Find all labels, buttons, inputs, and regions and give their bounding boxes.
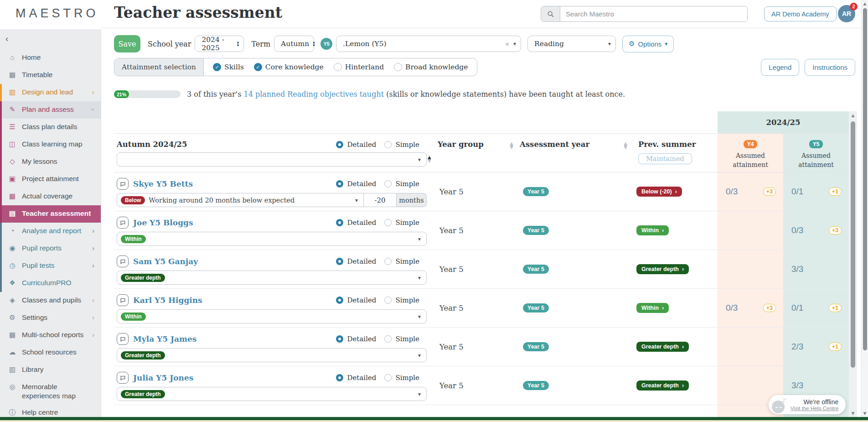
simple-radio[interactable] xyxy=(384,374,392,381)
comment-icon[interactable] xyxy=(117,333,129,345)
attainment-select[interactable]: Greater depth ▾ xyxy=(117,271,427,285)
attainment-select[interactable]: Greater depth ▾ xyxy=(117,387,427,401)
prev-summer-badge[interactable]: Greater depth › xyxy=(636,264,689,274)
sidebar-item-timetable[interactable]: ▦Timetable xyxy=(0,67,101,84)
simple-radio[interactable] xyxy=(384,335,392,343)
sidebar-item-pupil-tests[interactable]: ◷Pupil tests› xyxy=(0,257,101,275)
scroll-up-icon[interactable]: ▲ xyxy=(862,1,868,6)
sidebar-item-class-learning-map[interactable]: ◫Class learning map xyxy=(0,136,101,153)
sidebar-item-class-plan-details[interactable]: ☰Class plan details xyxy=(0,119,101,136)
sidebar-item-pupil-reports[interactable]: ◉Pupil reports› xyxy=(0,240,101,257)
sidebar-item-memorable-experiences-map[interactable]: ◎Memorable experiences map xyxy=(0,379,101,404)
sidebar-item-school-resources[interactable]: ☁School resources xyxy=(0,344,101,361)
scroll-down-icon[interactable]: ▼ xyxy=(849,411,857,416)
comment-icon[interactable] xyxy=(117,372,129,384)
prev-summer-label: Within xyxy=(641,227,659,234)
attainment-options: ✓ Skills ✓ Core knowledge Hinterland Bro… xyxy=(204,58,477,76)
prev-summer-badge[interactable]: Greater depth › xyxy=(636,380,689,391)
school-year-select[interactable]: 2024 - 2025 ▴▾ xyxy=(195,36,244,52)
pupil-name-link[interactable]: Julia Y5 Jones xyxy=(133,373,193,382)
maintained-button[interactable]: Maintained xyxy=(638,153,692,164)
sidebar-item-design-and-lead[interactable]: ▥Design and lead› xyxy=(0,84,101,101)
checkbox-hinterland[interactable]: Hinterland xyxy=(334,63,384,71)
academy-button[interactable]: AR Demo Academy xyxy=(764,6,837,21)
prev-summer-badge[interactable]: Greater depth › xyxy=(636,342,689,352)
comment-icon[interactable] xyxy=(117,255,129,267)
help-centre-link[interactable]: Visit the Help Centre xyxy=(790,406,838,411)
pupil-name-link[interactable]: Sam Y5 Ganjay xyxy=(133,257,198,266)
attainment-select[interactable]: Within ▾ xyxy=(117,232,427,246)
attainment-select[interactable]: Within ▾ xyxy=(117,309,427,323)
months-input[interactable]: -20 xyxy=(364,193,397,207)
year-group-header: Year group xyxy=(438,140,484,149)
sidebar-item-classes-and-pupils[interactable]: ◈Classes and pupils› xyxy=(0,292,101,309)
comment-icon[interactable] xyxy=(117,294,129,306)
table-vertical-scrollbar[interactable]: ▲ ▼ xyxy=(849,111,857,417)
comment-icon[interactable] xyxy=(117,178,129,190)
assumed-attainment-label: Assumed attainment xyxy=(795,151,837,170)
sidebar-item-multi-school-reports[interactable]: ▦Multi-school reports› xyxy=(0,327,101,344)
instructions-button[interactable]: Instructions xyxy=(805,59,855,76)
pupil-name-link[interactable]: Karl Y5 Higgins xyxy=(133,296,202,305)
search-input[interactable] xyxy=(560,6,747,21)
checkbox-broad-knowledge[interactable]: Broad knowledge xyxy=(394,63,468,71)
detailed-radio[interactable] xyxy=(336,297,343,304)
sidebar-item-curriculumpro[interactable]: ❖CurriculumPRO xyxy=(0,275,101,292)
subject-select[interactable]: Reading ▾ xyxy=(527,36,616,52)
sidebar-item-project-attainment[interactable]: ▣Project attainment xyxy=(0,171,101,188)
sidebar-item-library[interactable]: ▥Library xyxy=(0,361,101,379)
pupil-name-link[interactable]: Myla Y5 James xyxy=(133,334,196,344)
detailed-radio[interactable] xyxy=(336,258,343,265)
clear-icon[interactable]: × xyxy=(505,41,510,47)
scroll-up-icon[interactable]: ▲ xyxy=(849,113,857,118)
simple-radio[interactable] xyxy=(384,141,392,148)
header-filter-select[interactable]: ▾ xyxy=(117,152,427,167)
detailed-radio[interactable] xyxy=(336,219,343,226)
detailed-radio[interactable] xyxy=(336,180,343,188)
scroll-thumb[interactable] xyxy=(851,121,855,368)
simple-radio[interactable] xyxy=(384,297,392,304)
avatar[interactable]: AR 2 xyxy=(838,5,855,22)
detailed-radio[interactable] xyxy=(336,335,343,343)
detailed-radio[interactable] xyxy=(336,141,343,148)
detailed-radio[interactable] xyxy=(336,374,343,381)
prev-summer-badge[interactable]: Below (-20) › xyxy=(636,187,682,197)
attainment-select[interactable]: Greater depth ▾ xyxy=(117,348,427,362)
prev-summer-badge[interactable]: Within › xyxy=(636,303,669,313)
subject-value: Reading xyxy=(534,40,564,48)
sort-control[interactable]: ▲▼ xyxy=(624,142,627,149)
scroll-thumb[interactable] xyxy=(863,8,867,350)
simple-radio[interactable] xyxy=(384,258,392,265)
search-icon[interactable] xyxy=(541,6,560,21)
scroll-down-icon[interactable]: ▼ xyxy=(862,411,868,416)
sort-control[interactable]: ▲▼ xyxy=(428,156,431,163)
simple-radio[interactable] xyxy=(384,219,392,226)
legend-button[interactable]: Legend xyxy=(761,59,799,76)
sidebar-item-analyse-and-report[interactable]: ◔Analyse and report› xyxy=(0,223,101,240)
sidebar-item-teacher-assessment[interactable]: ▤Teacher assessment xyxy=(0,205,101,223)
pupil-name-link[interactable]: Joe Y5 Bloggs xyxy=(133,218,193,227)
term-select[interactable]: Autumn ▴▾ xyxy=(274,36,314,52)
pupil-row: Joe Y5 Bloggs Detailed Simple Within ▾ xyxy=(114,211,849,250)
sort-control[interactable]: ▲▼ xyxy=(510,142,513,149)
class-select[interactable]: .Lemon (Y5) × ▾ xyxy=(336,36,521,52)
pupil-name-link[interactable]: Skye Y5 Betts xyxy=(133,179,193,188)
options-button[interactable]: ⚙ Options ▾ xyxy=(622,36,674,52)
sidebar-collapse-button[interactable]: ‹ xyxy=(5,34,8,44)
save-button[interactable]: Save xyxy=(114,35,140,52)
simple-radio[interactable] xyxy=(384,180,392,188)
detailed-label: Detailed xyxy=(347,219,376,227)
sidebar-item-actual-coverage[interactable]: ▦Actual coverage xyxy=(0,188,101,205)
sidebar-item-settings[interactable]: ⚙Settings› xyxy=(0,309,101,327)
checkbox-core-knowledge[interactable]: ✓ Core knowledge xyxy=(254,63,324,71)
checkbox-skills[interactable]: ✓ Skills xyxy=(213,63,244,71)
comment-icon[interactable] xyxy=(117,217,129,229)
sidebar-item-home[interactable]: ⌂Home xyxy=(0,49,101,67)
image-icon: ▣ xyxy=(7,174,17,183)
prev-summer-badge[interactable]: Within › xyxy=(636,225,669,235)
sidebar-item-my-lessons[interactable]: ◇My lessons xyxy=(0,153,101,171)
page-vertical-scrollbar[interactable]: ▲ ▼ xyxy=(861,0,868,422)
attainment-select[interactable]: Below Working around 20 months below exp… xyxy=(117,193,364,207)
objectives-link[interactable]: 14 planned Reading objectives taught xyxy=(243,90,384,99)
sidebar-item-plan-and-assess[interactable]: ✎Plan and assess› xyxy=(0,101,101,119)
